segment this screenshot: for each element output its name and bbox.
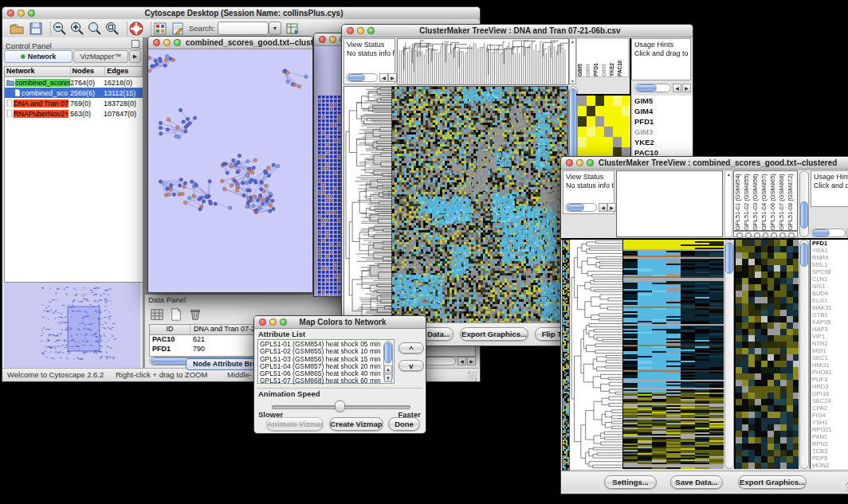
- import-table-icon[interactable]: [285, 21, 300, 37]
- tab-network[interactable]: ❋ Network: [4, 50, 73, 63]
- gene-label[interactable]: MON2: [812, 462, 848, 469]
- gene-label[interactable]: YSH1: [812, 419, 848, 426]
- gene-label[interactable]: PFD1: [812, 240, 848, 247]
- gene-label[interactable]: RNR4: [812, 254, 848, 261]
- list-scroll-down-icon[interactable]: ▼: [384, 374, 392, 382]
- tv1-row-dendrogram-canvas[interactable]: [344, 86, 392, 324]
- scroll-left-icon[interactable]: ◀: [379, 73, 388, 82]
- create-vizmap-button[interactable]: Create Vizmap: [329, 417, 383, 431]
- gene-label[interactable]: SEC1: [812, 354, 848, 361]
- table-row[interactable]: DNA and Tran 07 769(0) 183728(0): [5, 98, 143, 108]
- move-down-button[interactable]: v: [398, 360, 424, 371]
- summary-cell[interactable]: [595, 96, 604, 106]
- gene-label[interactable]: GIM3: [634, 127, 693, 137]
- gene-label[interactable]: PEP5: [812, 455, 848, 462]
- summary-cell[interactable]: [587, 96, 595, 106]
- export-graphics-button[interactable]: Export Graphics...: [738, 475, 807, 489]
- scroll-right-icon[interactable]: ▶: [682, 84, 691, 92]
- gene-label[interactable]: HRD3: [812, 383, 848, 390]
- tv2-hints-hscroll-thumb[interactable]: [812, 229, 830, 236]
- gene-label[interactable]: GIM5: [634, 96, 693, 106]
- summary-cell[interactable]: [604, 116, 613, 127]
- network-window-titlebar[interactable]: combined_scores_good.txt--cluste...: [148, 37, 312, 49]
- summary-cell[interactable]: [613, 116, 622, 127]
- resize-grip[interactable]: [468, 371, 477, 381]
- gene-label[interactable]: FIG4: [812, 412, 848, 419]
- summary-cell[interactable]: [578, 116, 587, 127]
- summary-cell[interactable]: [622, 137, 630, 147]
- tv1-heatmap-canvas[interactable]: [391, 86, 568, 324]
- table-row[interactable]: RNAPuberNov2+ 563(0) 107847(0): [5, 108, 143, 119]
- network-graph-canvas[interactable]: [148, 49, 311, 291]
- summary-cell[interactable]: [587, 137, 595, 147]
- tv2-heatmap-vscroll-thumb[interactable]: [725, 242, 733, 274]
- gene-label[interactable]: GPI16: [812, 390, 848, 397]
- treeview2-titlebar[interactable]: ClusterMaker TreeView : combined_scores_…: [561, 157, 848, 170]
- tv2-global-strip-canvas[interactable]: [562, 240, 570, 471]
- gene-label[interactable]: VIP1: [812, 333, 848, 340]
- gene-label[interactable]: CLN1: [812, 275, 848, 283]
- gene-label[interactable]: CPA2: [812, 404, 848, 412]
- save-icon[interactable]: [28, 21, 44, 37]
- summary-cell[interactable]: [613, 106, 622, 116]
- gene-label[interactable]: RPO21: [812, 426, 848, 433]
- dialog-titlebar[interactable]: Map Colors to Network: [254, 316, 426, 329]
- gene-label[interactable]: PHO81: [812, 369, 848, 376]
- annotation-icon[interactable]: [170, 21, 186, 37]
- save-data-button[interactable]: Save Data...: [670, 475, 723, 489]
- done-button[interactable]: Done: [388, 417, 420, 431]
- tv2-status-hscroll[interactable]: [565, 203, 597, 212]
- gene-label[interactable]: SEC24: [812, 397, 848, 404]
- attribute-listbox[interactable]: GPL51-01 (GSM854) heat shock 05 minGPL51…: [257, 339, 395, 384]
- gene-label[interactable]: HAP3: [812, 326, 848, 333]
- network-overview-canvas[interactable]: [4, 282, 140, 368]
- summary-cell[interactable]: [578, 96, 587, 106]
- slider-thumb[interactable]: [335, 400, 345, 412]
- tv2-collabel-vscroll[interactable]: [799, 170, 809, 237]
- minimize-icon[interactable]: [576, 159, 583, 166]
- tv1-column-dendrogram-canvas[interactable]: [397, 38, 569, 85]
- gene-label[interactable]: PAN1: [812, 433, 848, 440]
- close-icon[interactable]: [259, 318, 266, 326]
- summary-cell[interactable]: [587, 116, 595, 127]
- close-icon[interactable]: [7, 10, 14, 17]
- tv1-status-hscroll[interactable]: [346, 73, 378, 82]
- tv2-heatmap-canvas[interactable]: [622, 240, 724, 469]
- scroll-right-icon[interactable]: ▶: [388, 73, 397, 82]
- zoom-in-icon[interactable]: [69, 21, 85, 37]
- gene-label[interactable]: TCB3: [812, 447, 848, 455]
- table-row[interactable]: combined_scores 2764(0) 16218(0): [5, 77, 143, 88]
- minimize-icon[interactable]: [163, 39, 171, 46]
- zoom-fit-icon[interactable]: [87, 21, 103, 37]
- search-dropdown-arrow-icon[interactable]: ▼: [269, 21, 281, 35]
- tv2-collabel-vscroll-thumb[interactable]: [800, 201, 808, 229]
- zoom-window-icon[interactable]: [28, 10, 35, 17]
- animate-vizmap-button[interactable]: Animate Vizmap: [266, 417, 324, 431]
- gene-label[interactable]: BUD4: [812, 290, 848, 297]
- gene-label[interactable]: GIM4: [634, 106, 693, 116]
- attribute-select-icon[interactable]: [150, 307, 164, 322]
- close-icon[interactable]: [347, 27, 354, 34]
- tv2-hints-hscroll[interactable]: [811, 229, 846, 237]
- summary-cell[interactable]: [622, 106, 630, 116]
- zoom-window-icon[interactable]: [587, 159, 594, 166]
- gene-label[interactable]: MSI1: [812, 347, 848, 354]
- summary-cell[interactable]: [578, 137, 587, 147]
- summary-cell[interactable]: [613, 127, 622, 137]
- scroll-left-icon[interactable]: ◀: [457, 357, 466, 365]
- summary-cell[interactable]: [595, 116, 604, 127]
- summary-cell[interactable]: [613, 137, 622, 147]
- zoom-window-icon[interactable]: [367, 27, 375, 34]
- minimize-icon[interactable]: [329, 36, 336, 43]
- search-input[interactable]: [218, 21, 269, 35]
- tv2-zoom-vscroll[interactable]: [799, 240, 809, 469]
- gene-label[interactable]: SPC98: [812, 268, 848, 275]
- gene-label[interactable]: MAK31: [812, 304, 848, 311]
- summary-cell[interactable]: [595, 137, 604, 147]
- summary-cell[interactable]: [578, 106, 587, 116]
- scroll-left-icon[interactable]: ◀: [673, 84, 681, 92]
- vizmapper-palette-icon[interactable]: [152, 21, 168, 37]
- summary-cell[interactable]: [578, 127, 587, 137]
- zoom-window-icon[interactable]: [280, 318, 287, 326]
- settings-button[interactable]: Settings...: [604, 475, 657, 489]
